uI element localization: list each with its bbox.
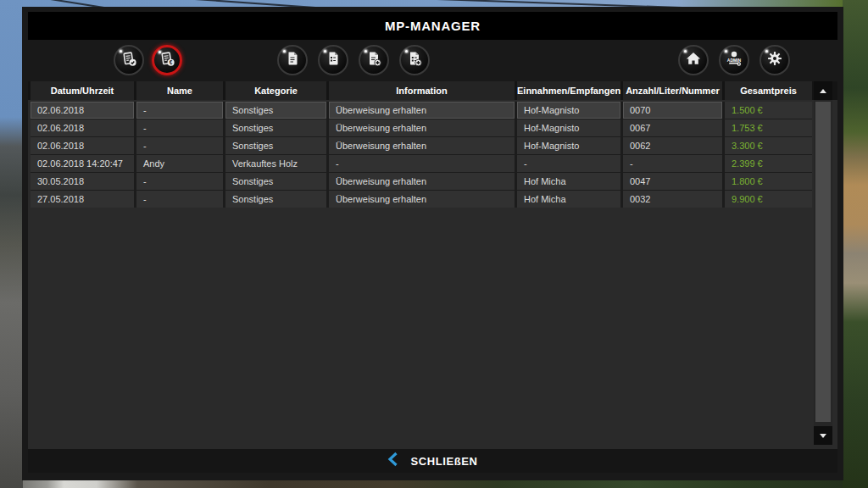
table-cell[interactable]: Verkauftes Holz bbox=[225, 155, 326, 172]
table-cell-price[interactable]: 1.500 € bbox=[725, 102, 812, 119]
notes-page-button[interactable] bbox=[277, 45, 308, 75]
transactions-log-button[interactable] bbox=[114, 45, 144, 75]
table-cell[interactable]: 0070 bbox=[623, 102, 722, 119]
window-title: MP-MANAGER bbox=[28, 12, 837, 40]
mp-manager-window: MP-MANAGER bbox=[22, 7, 843, 480]
table-cell-price[interactable]: 1.800 € bbox=[725, 173, 812, 190]
table-cell[interactable]: Sonstiges bbox=[225, 173, 326, 190]
column-header-datum[interactable]: Datum/Uhrzeit bbox=[31, 81, 134, 100]
table-cell[interactable]: Überweisung erhalten bbox=[329, 173, 515, 190]
document-icon bbox=[284, 50, 301, 70]
table-cell[interactable]: - bbox=[136, 102, 223, 119]
scroll-up-button[interactable] bbox=[814, 81, 832, 100]
admin-button[interactable]: ADMIN bbox=[719, 45, 749, 75]
gear-icon bbox=[766, 50, 783, 70]
document-list-icon bbox=[325, 50, 342, 70]
receipt-check-icon bbox=[120, 50, 137, 70]
table-cell[interactable]: Überweisung erhalten bbox=[329, 191, 515, 208]
transaction-table: 02.06.2018 - Sonstiges Überweisung erhal… bbox=[31, 102, 812, 208]
column-header-gesamtpreis[interactable]: Gesamtpreis bbox=[725, 81, 812, 100]
table-cell[interactable]: 02.06.2018 bbox=[31, 137, 134, 154]
table-cell[interactable]: 02.06.2018 bbox=[31, 102, 134, 119]
table-cell[interactable]: - bbox=[517, 155, 620, 172]
table-cell[interactable]: Überweisung erhalten bbox=[329, 102, 515, 119]
table-cell[interactable]: Hof Micha bbox=[517, 173, 620, 190]
table-cell-price[interactable]: 2.399 € bbox=[725, 155, 812, 172]
svg-text:ADMIN: ADMIN bbox=[727, 58, 742, 63]
table-header-row: Datum/Uhrzeit Name Kategorie Information… bbox=[31, 81, 812, 100]
table-cell[interactable]: Hof-Magnisto bbox=[517, 119, 620, 136]
table-cell-price[interactable]: 1.753 € bbox=[725, 119, 812, 136]
add-entry-button[interactable] bbox=[359, 45, 389, 75]
receipt-euro-icon: € bbox=[159, 50, 175, 70]
table-cell[interactable]: - bbox=[136, 173, 223, 190]
chevron-left-icon bbox=[387, 452, 398, 470]
home-button[interactable] bbox=[678, 45, 709, 75]
home-icon bbox=[685, 50, 702, 70]
table-cell[interactable]: Sonstiges bbox=[225, 119, 326, 136]
document-list-plus-icon bbox=[406, 50, 423, 70]
settings-button[interactable] bbox=[760, 45, 790, 75]
table-cell[interactable]: 0062 bbox=[623, 137, 722, 154]
table-cell[interactable]: - bbox=[136, 191, 223, 208]
scrollbar-track[interactable] bbox=[814, 100, 832, 426]
table-cell[interactable]: 0032 bbox=[623, 191, 722, 208]
admin-user-icon: ADMIN bbox=[725, 49, 743, 71]
table-cell[interactable]: Sonstiges bbox=[225, 137, 326, 154]
close-button-label: SCHLIEßEN bbox=[410, 455, 477, 468]
table-cell[interactable]: Sonstiges bbox=[225, 102, 326, 119]
table-cell[interactable]: Überweisung erhalten bbox=[329, 119, 515, 136]
table-cell-price[interactable]: 9.900 € bbox=[725, 191, 812, 208]
table-cell[interactable]: - bbox=[329, 155, 515, 172]
screen: MP-MANAGER bbox=[0, 0, 868, 488]
table-cell[interactable]: 27.05.2018 bbox=[31, 191, 134, 208]
game-background-right bbox=[843, 0, 868, 488]
close-button[interactable]: SCHLIEßEN bbox=[28, 449, 837, 473]
column-header-kategorie[interactable]: Kategorie bbox=[225, 81, 326, 100]
column-header-name[interactable]: Name bbox=[136, 81, 223, 100]
table-cell[interactable]: Hof-Magnisto bbox=[517, 137, 620, 154]
toolbar-group-right: ADMIN bbox=[678, 45, 790, 75]
arrow-up-icon bbox=[820, 89, 826, 93]
money-transfers-button[interactable]: € bbox=[152, 45, 182, 75]
table-cell[interactable]: Hof Micha bbox=[517, 191, 620, 208]
scrollbar-thumb[interactable] bbox=[815, 102, 831, 422]
table-cell-price[interactable]: 3.300 € bbox=[725, 137, 812, 154]
table-cell[interactable]: 02.06.2018 bbox=[31, 119, 134, 136]
table-cell[interactable]: 02.06.2018 14:20:47 bbox=[31, 155, 134, 172]
table-cell[interactable]: - bbox=[623, 155, 722, 172]
table-cell[interactable]: - bbox=[136, 137, 223, 154]
column-header-information[interactable]: Information bbox=[329, 81, 515, 100]
arrow-down-icon bbox=[820, 434, 826, 438]
table-cell[interactable]: Sonstiges bbox=[225, 191, 326, 208]
document-plus-icon bbox=[365, 50, 382, 70]
table-cell[interactable]: Andy bbox=[136, 155, 223, 172]
table-cell[interactable]: 0047 bbox=[623, 173, 722, 190]
table-cell[interactable]: 30.05.2018 bbox=[31, 173, 134, 190]
column-header-anzahl[interactable]: Anzahl/Liter/Nummer bbox=[623, 81, 722, 100]
list-page-button[interactable] bbox=[318, 45, 348, 75]
table-cell[interactable]: Überweisung erhalten bbox=[329, 137, 515, 154]
table-cell[interactable]: 0067 bbox=[623, 119, 722, 136]
game-background-left bbox=[0, 0, 23, 488]
table-cell[interactable]: Hof-Magnisto bbox=[517, 102, 620, 119]
svg-text:€: € bbox=[170, 59, 173, 65]
table-cell[interactable]: - bbox=[136, 119, 223, 136]
toolbar-group-middle bbox=[277, 45, 430, 75]
add-list-entry-button[interactable] bbox=[399, 45, 430, 75]
column-header-einnahmen[interactable]: Einnahmen/Empfangen von bbox=[517, 81, 620, 100]
toolbar-group-left: € bbox=[114, 45, 182, 75]
scroll-down-button[interactable] bbox=[814, 426, 832, 445]
